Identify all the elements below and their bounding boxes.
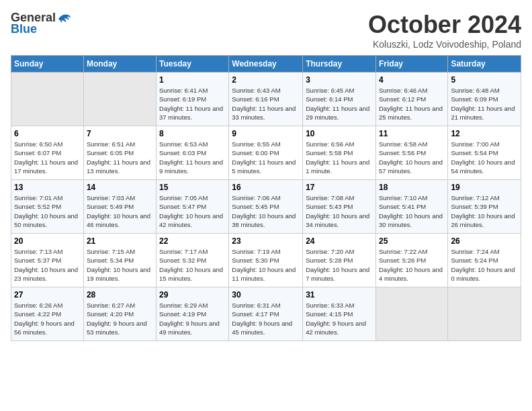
day-cell: 30Sunrise: 6:31 AM Sunset: 4:17 PM Dayli… <box>229 287 303 341</box>
day-number: 9 <box>232 129 300 138</box>
day-info: Sunrise: 7:03 AM Sunset: 5:49 PM Dayligh… <box>87 193 153 229</box>
day-cell: 31Sunrise: 6:33 AM Sunset: 4:15 PM Dayli… <box>303 287 376 341</box>
day-cell: 24Sunrise: 7:20 AM Sunset: 5:28 PM Dayli… <box>303 234 376 287</box>
day-number: 10 <box>306 129 373 138</box>
day-cell: 21Sunrise: 7:15 AM Sunset: 5:34 PM Dayli… <box>83 234 156 287</box>
day-number: 5 <box>451 75 518 85</box>
day-number: 17 <box>306 183 373 192</box>
week-row-4: 20Sunrise: 7:13 AM Sunset: 5:37 PM Dayli… <box>11 234 521 287</box>
week-row-3: 13Sunrise: 7:01 AM Sunset: 5:52 PM Dayli… <box>11 180 521 234</box>
day-number: 25 <box>379 236 445 246</box>
day-cell: 2Sunrise: 6:43 AM Sunset: 6:16 PM Daylig… <box>229 73 303 126</box>
header-cell-thursday: Thursday <box>303 56 376 73</box>
header-cell-monday: Monday <box>83 56 156 73</box>
calendar-table: SundayMondayTuesdayWednesdayThursdayFrid… <box>11 55 521 341</box>
day-cell <box>11 73 84 126</box>
week-row-5: 27Sunrise: 6:26 AM Sunset: 4:22 PM Dayli… <box>11 287 521 341</box>
day-cell: 9Sunrise: 6:55 AM Sunset: 6:00 PM Daylig… <box>229 126 303 180</box>
day-number: 26 <box>451 236 518 246</box>
day-info: Sunrise: 7:13 AM Sunset: 5:37 PM Dayligh… <box>14 247 81 283</box>
header-cell-wednesday: Wednesday <box>229 56 303 73</box>
day-info: Sunrise: 7:10 AM Sunset: 5:41 PM Dayligh… <box>379 193 445 229</box>
day-cell: 23Sunrise: 7:19 AM Sunset: 5:30 PM Dayli… <box>229 234 303 287</box>
day-cell: 4Sunrise: 6:46 AM Sunset: 6:12 PM Daylig… <box>375 73 447 126</box>
day-info: Sunrise: 6:53 AM Sunset: 6:03 PM Dayligh… <box>159 140 226 175</box>
day-number: 29 <box>159 290 226 300</box>
day-info: Sunrise: 6:33 AM Sunset: 4:15 PM Dayligh… <box>306 301 373 336</box>
day-cell: 19Sunrise: 7:12 AM Sunset: 5:39 PM Dayli… <box>448 180 521 234</box>
calendar-header: SundayMondayTuesdayWednesdayThursdayFrid… <box>11 56 521 73</box>
day-cell: 5Sunrise: 6:48 AM Sunset: 6:09 PM Daylig… <box>448 73 521 126</box>
day-number: 11 <box>379 129 445 138</box>
day-number: 7 <box>87 129 153 138</box>
location-subtitle: Koluszki, Lodz Voivodeship, Poland <box>368 39 521 50</box>
day-cell: 29Sunrise: 6:29 AM Sunset: 4:19 PM Dayli… <box>157 287 229 341</box>
day-cell: 7Sunrise: 6:51 AM Sunset: 6:05 PM Daylig… <box>83 126 156 180</box>
day-number: 12 <box>451 129 518 138</box>
day-number: 2 <box>232 75 300 85</box>
day-info: Sunrise: 6:45 AM Sunset: 6:14 PM Dayligh… <box>306 86 373 122</box>
day-info: Sunrise: 7:06 AM Sunset: 5:45 PM Dayligh… <box>232 193 300 229</box>
header-cell-tuesday: Tuesday <box>157 56 229 73</box>
day-info: Sunrise: 6:48 AM Sunset: 6:09 PM Dayligh… <box>451 86 518 122</box>
day-info: Sunrise: 7:24 AM Sunset: 5:24 PM Dayligh… <box>451 247 518 283</box>
day-cell: 6Sunrise: 6:50 AM Sunset: 6:07 PM Daylig… <box>11 126 84 180</box>
day-number: 4 <box>379 75 445 85</box>
day-info: Sunrise: 6:31 AM Sunset: 4:17 PM Dayligh… <box>232 301 300 336</box>
day-cell: 11Sunrise: 6:58 AM Sunset: 5:56 PM Dayli… <box>375 126 447 180</box>
header-cell-saturday: Saturday <box>448 56 521 73</box>
day-info: Sunrise: 7:19 AM Sunset: 5:30 PM Dayligh… <box>232 247 300 283</box>
day-cell: 12Sunrise: 7:00 AM Sunset: 5:54 PM Dayli… <box>448 126 521 180</box>
week-row-2: 6Sunrise: 6:50 AM Sunset: 6:07 PM Daylig… <box>11 126 521 180</box>
day-number: 18 <box>379 183 445 192</box>
day-cell: 17Sunrise: 7:08 AM Sunset: 5:43 PM Dayli… <box>303 180 376 234</box>
day-info: Sunrise: 7:05 AM Sunset: 5:47 PM Dayligh… <box>159 193 226 229</box>
week-row-1: 1Sunrise: 6:41 AM Sunset: 6:19 PM Daylig… <box>11 73 521 126</box>
calendar-body: 1Sunrise: 6:41 AM Sunset: 6:19 PM Daylig… <box>11 73 521 341</box>
day-info: Sunrise: 6:50 AM Sunset: 6:07 PM Dayligh… <box>14 140 81 175</box>
day-cell: 16Sunrise: 7:06 AM Sunset: 5:45 PM Dayli… <box>229 180 303 234</box>
day-info: Sunrise: 7:08 AM Sunset: 5:43 PM Dayligh… <box>306 193 373 229</box>
day-number: 8 <box>159 129 226 138</box>
day-info: Sunrise: 7:01 AM Sunset: 5:52 PM Dayligh… <box>14 193 81 229</box>
day-number: 6 <box>14 129 81 138</box>
day-number: 22 <box>159 236 226 246</box>
day-cell: 3Sunrise: 6:45 AM Sunset: 6:14 PM Daylig… <box>303 73 376 126</box>
day-cell: 14Sunrise: 7:03 AM Sunset: 5:49 PM Dayli… <box>83 180 156 234</box>
day-cell: 20Sunrise: 7:13 AM Sunset: 5:37 PM Dayli… <box>11 234 84 287</box>
logo-bird-icon <box>57 12 72 24</box>
day-number: 1 <box>159 75 226 85</box>
header-cell-sunday: Sunday <box>11 56 84 73</box>
day-cell: 8Sunrise: 6:53 AM Sunset: 6:03 PM Daylig… <box>157 126 229 180</box>
day-number: 23 <box>232 236 300 246</box>
day-info: Sunrise: 7:17 AM Sunset: 5:32 PM Dayligh… <box>159 247 226 283</box>
day-cell: 28Sunrise: 6:27 AM Sunset: 4:20 PM Dayli… <box>83 287 156 341</box>
day-number: 21 <box>87 236 153 246</box>
page-header: General Blue October 2024 Koluszki, Lodz… <box>11 11 521 50</box>
header-row: SundayMondayTuesdayWednesdayThursdayFrid… <box>11 56 521 73</box>
day-cell: 22Sunrise: 7:17 AM Sunset: 5:32 PM Dayli… <box>157 234 229 287</box>
day-info: Sunrise: 6:51 AM Sunset: 6:05 PM Dayligh… <box>87 140 153 175</box>
day-info: Sunrise: 6:29 AM Sunset: 4:19 PM Dayligh… <box>159 301 226 336</box>
day-number: 15 <box>159 183 226 192</box>
day-cell <box>83 73 156 126</box>
day-cell: 10Sunrise: 6:56 AM Sunset: 5:58 PM Dayli… <box>303 126 376 180</box>
logo: General Blue <box>11 11 72 36</box>
day-cell <box>448 287 521 341</box>
day-info: Sunrise: 6:43 AM Sunset: 6:16 PM Dayligh… <box>232 86 300 122</box>
day-cell: 18Sunrise: 7:10 AM Sunset: 5:41 PM Dayli… <box>375 180 447 234</box>
day-number: 24 <box>306 236 373 246</box>
title-block: October 2024 Koluszki, Lodz Voivodeship,… <box>368 11 521 50</box>
day-number: 3 <box>306 75 373 85</box>
day-cell: 15Sunrise: 7:05 AM Sunset: 5:47 PM Dayli… <box>157 180 229 234</box>
day-number: 13 <box>14 183 81 192</box>
day-info: Sunrise: 7:12 AM Sunset: 5:39 PM Dayligh… <box>451 193 518 229</box>
header-cell-friday: Friday <box>375 56 447 73</box>
day-cell: 25Sunrise: 7:22 AM Sunset: 5:26 PM Dayli… <box>375 234 447 287</box>
day-info: Sunrise: 6:26 AM Sunset: 4:22 PM Dayligh… <box>14 301 81 336</box>
day-cell: 13Sunrise: 7:01 AM Sunset: 5:52 PM Dayli… <box>11 180 84 234</box>
day-info: Sunrise: 6:27 AM Sunset: 4:20 PM Dayligh… <box>87 301 153 336</box>
day-cell: 1Sunrise: 6:41 AM Sunset: 6:19 PM Daylig… <box>157 73 229 126</box>
day-info: Sunrise: 6:41 AM Sunset: 6:19 PM Dayligh… <box>159 86 226 122</box>
day-number: 28 <box>87 290 153 300</box>
